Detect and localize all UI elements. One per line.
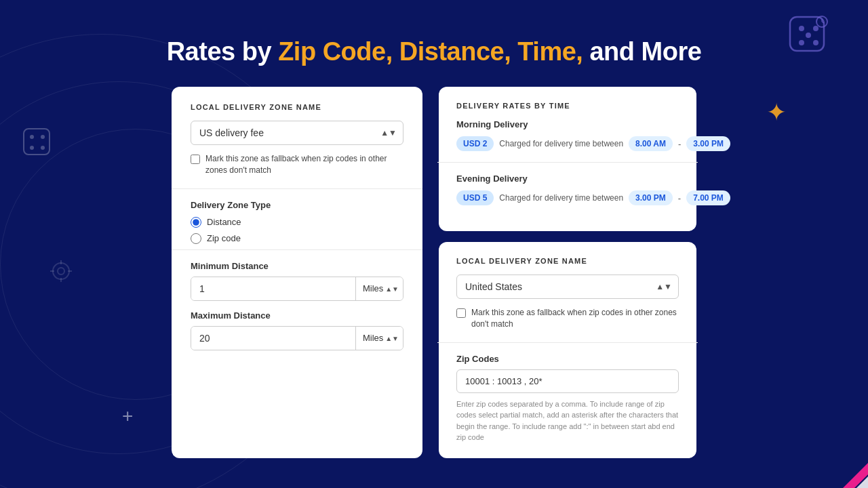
left-card: LOCAL DELIVERY ZONE NAME US delivery fee… bbox=[172, 87, 422, 458]
evening-time-row: USD 5 Charged for delivery time between … bbox=[456, 190, 679, 205]
radio-zipcode-row: Zip code bbox=[191, 233, 403, 244]
max-unit-select[interactable]: Miles bbox=[356, 327, 403, 349]
zip-codes-label: Zip Codes bbox=[456, 354, 679, 364]
zip-help-text: Enter zip codes separated by a comma. To… bbox=[456, 399, 679, 443]
min-unit-select[interactable]: Miles bbox=[356, 277, 403, 300]
max-unit-wrapper: Miles ▲▼ bbox=[355, 327, 403, 350]
morning-dash: - bbox=[678, 139, 681, 149]
zip-codes-input[interactable] bbox=[456, 369, 679, 393]
radio-zipcode-label: Zip code bbox=[207, 233, 241, 243]
country-select[interactable]: United States bbox=[456, 274, 679, 299]
divider-1 bbox=[172, 188, 422, 189]
evening-delivery-block: Evening Delivery USD 5 Charged for deliv… bbox=[456, 174, 679, 205]
fallback-checkbox-label-right: Mark this zone as fallback when zip code… bbox=[471, 307, 679, 330]
radio-zipcode[interactable] bbox=[191, 233, 201, 244]
max-distance-label: Maximum Distance bbox=[191, 310, 403, 321]
morning-time-desc: Charged for delivery time between bbox=[499, 139, 623, 148]
evening-delivery-title: Evening Delivery bbox=[456, 174, 679, 184]
evening-start-time: 3.00 PM bbox=[629, 190, 673, 205]
evening-time-desc: Charged for delivery time between bbox=[499, 193, 623, 203]
morning-delivery-title: Morning Delivery bbox=[456, 119, 679, 129]
country-select-wrapper: United States ▲▼ bbox=[456, 274, 679, 299]
min-distance-input-wrapper: Miles ▲▼ bbox=[191, 277, 403, 301]
morning-usd-badge: USD 2 bbox=[456, 136, 494, 151]
max-distance-input-wrapper: Miles ▲▼ bbox=[191, 326, 403, 350]
fallback-checkbox[interactable] bbox=[191, 155, 200, 164]
min-unit-wrapper: Miles ▲▼ bbox=[355, 277, 403, 300]
rates-divider bbox=[437, 162, 698, 163]
right-bottom-card: LOCAL DELIVERY ZONE NAME United States ▲… bbox=[439, 242, 696, 458]
morning-end-time: 3.00 PM bbox=[686, 136, 730, 151]
max-distance-group: Maximum Distance Miles ▲▼ bbox=[191, 310, 403, 350]
rates-by-time-title: DELIVERY RATES BY TIME bbox=[456, 102, 679, 110]
right-column: DELIVERY RATES BY TIME Morning Delivery … bbox=[439, 87, 696, 458]
min-distance-input[interactable] bbox=[191, 277, 355, 300]
main-heading: Rates by Zip Code, Distance, Time, and M… bbox=[0, 0, 868, 87]
divider-2 bbox=[172, 249, 422, 250]
zone-type-label: Delivery Zone Type bbox=[191, 200, 403, 210]
fallback-checkbox-row: Mark this zone as fallback when zip code… bbox=[191, 153, 403, 176]
left-card-title: LOCAL DELIVERY ZONE NAME bbox=[191, 103, 403, 111]
fallback-checkbox-right[interactable] bbox=[456, 308, 466, 318]
evening-usd-badge: USD 5 bbox=[456, 190, 494, 205]
morning-time-row: USD 2 Charged for delivery time between … bbox=[456, 136, 679, 151]
radio-distance[interactable] bbox=[191, 217, 201, 228]
morning-start-time: 8.00 AM bbox=[629, 136, 673, 151]
zip-divider bbox=[437, 342, 698, 343]
fallback-checkbox-label: Mark this zone as fallback when zip code… bbox=[205, 153, 403, 176]
min-distance-group: Minimum Distance Miles ▲▼ bbox=[191, 261, 403, 301]
zone-name-select[interactable]: US delivery fee bbox=[191, 121, 403, 145]
evening-dash: - bbox=[678, 193, 681, 203]
radio-distance-label: Distance bbox=[207, 217, 241, 227]
cards-container: LOCAL DELIVERY ZONE NAME US delivery fee… bbox=[0, 87, 868, 458]
morning-delivery-block: Morning Delivery USD 2 Charged for deliv… bbox=[456, 119, 679, 151]
right-bottom-card-title: LOCAL DELIVERY ZONE NAME bbox=[456, 257, 679, 265]
max-distance-input[interactable] bbox=[191, 327, 355, 350]
fallback-checkbox-row-right: Mark this zone as fallback when zip code… bbox=[456, 307, 679, 330]
radio-distance-row: Distance bbox=[191, 217, 403, 228]
zone-name-select-wrapper: US delivery fee ▲▼ bbox=[191, 121, 403, 145]
evening-end-time: 7.00 PM bbox=[686, 190, 730, 205]
right-top-card: DELIVERY RATES BY TIME Morning Delivery … bbox=[439, 87, 696, 231]
min-distance-label: Minimum Distance bbox=[191, 261, 403, 271]
